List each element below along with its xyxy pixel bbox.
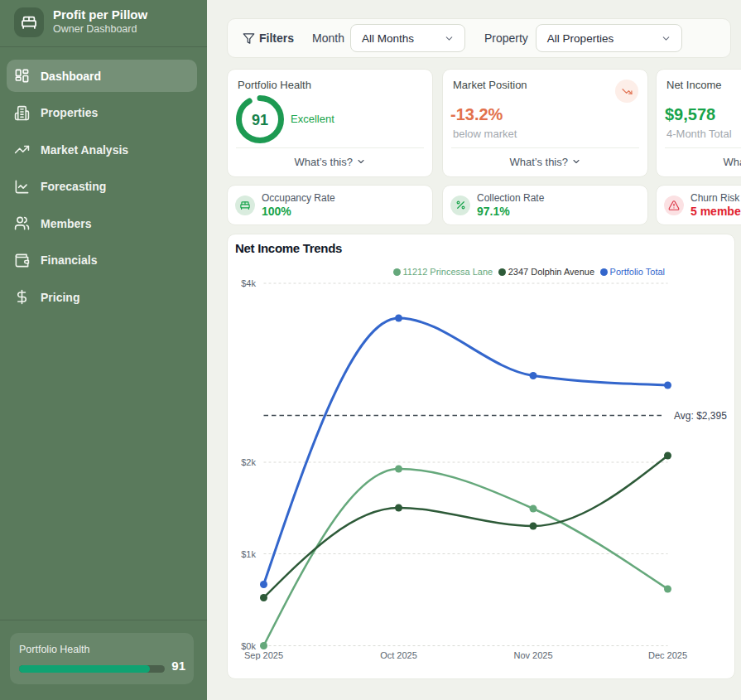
svg-text:91: 91	[252, 112, 268, 128]
svg-text:Sep 2025: Sep 2025	[244, 650, 283, 660]
svg-text:$4k: $4k	[241, 278, 256, 288]
svg-text:Oct 2025: Oct 2025	[380, 650, 417, 660]
svg-text:$1k: $1k	[241, 549, 256, 559]
svg-text:$0k: $0k	[241, 641, 256, 651]
svg-text:Dec 2025: Dec 2025	[648, 650, 687, 660]
svg-text:Nov 2025: Nov 2025	[513, 650, 552, 660]
svg-text:Avg: $2,395: Avg: $2,395	[674, 410, 727, 422]
svg-text:$2k: $2k	[241, 457, 256, 467]
